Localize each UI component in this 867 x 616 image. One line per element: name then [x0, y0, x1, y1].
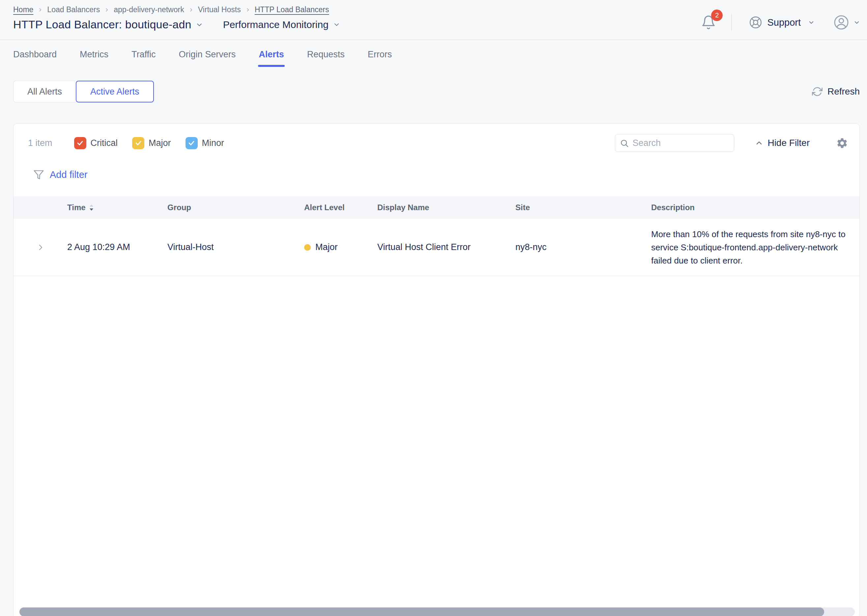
- check-icon: [76, 139, 84, 146]
- hide-filter-button[interactable]: Hide Filter: [755, 138, 810, 148]
- tab-label: Errors: [368, 49, 392, 59]
- tab-dashboard[interactable]: Dashboard: [13, 49, 57, 67]
- table-header: Time Group Alert Level Display Name Site…: [14, 196, 859, 219]
- checkbox-label: Critical: [91, 138, 118, 148]
- checkbox-box: [74, 137, 87, 149]
- horizontal-scrollbar-thumb[interactable]: [19, 607, 824, 616]
- chevron-right-icon: [245, 8, 250, 12]
- title-dropdown[interactable]: [196, 21, 203, 28]
- table-row: 2 Aug 10:29 AM Virtual-Host Major Virtua…: [14, 219, 859, 276]
- tab-label: Dashboard: [13, 49, 57, 59]
- support-label: Support: [767, 17, 801, 28]
- header-left: Home Load Balancers app-delivery-network…: [13, 5, 340, 39]
- chevron-down-icon: [196, 21, 203, 28]
- checkbox-label: Major: [149, 138, 171, 148]
- notification-badge: 2: [711, 9, 723, 21]
- chevron-right-icon: [104, 8, 109, 12]
- cell-site: ny8-nyc: [515, 242, 651, 252]
- tab-bar: Dashboard Metrics Traffic Origin Servers…: [0, 40, 867, 67]
- critical-checkbox[interactable]: Critical: [74, 137, 118, 149]
- chevron-up-icon: [755, 139, 763, 147]
- column-header-description: Description: [651, 203, 850, 212]
- alerts-toolbar: All Alerts Active Alerts Refresh: [0, 67, 867, 102]
- tab-requests[interactable]: Requests: [307, 49, 345, 67]
- refresh-label: Refresh: [828, 86, 860, 97]
- funnel-icon: [33, 169, 44, 180]
- account-menu[interactable]: [833, 14, 860, 30]
- tab-metrics[interactable]: Metrics: [80, 49, 109, 67]
- hide-filter-label: Hide Filter: [768, 138, 810, 148]
- breadcrumb: Home Load Balancers app-delivery-network…: [13, 5, 340, 14]
- check-icon: [135, 139, 142, 146]
- major-severity-dot: [304, 244, 311, 251]
- column-header-time[interactable]: Time: [67, 203, 167, 212]
- row-expander[interactable]: [14, 244, 67, 251]
- add-filter-button[interactable]: Add filter: [50, 169, 87, 180]
- chevron-right-icon: [36, 244, 44, 251]
- view-selector[interactable]: Performance Monitoring: [223, 19, 340, 30]
- alerts-table: Time Group Alert Level Display Name Site…: [14, 196, 859, 276]
- column-header-group: Group: [167, 203, 304, 212]
- checkbox-label: Minor: [202, 138, 224, 148]
- search-input[interactable]: [615, 134, 734, 152]
- tab-label: Metrics: [80, 49, 109, 59]
- cell-time: 2 Aug 10:29 AM: [67, 242, 167, 252]
- magnifier-icon: [620, 139, 629, 148]
- tab-origin-servers[interactable]: Origin Servers: [179, 49, 236, 67]
- filter-row: 1 item Critical Major Minor: [14, 124, 859, 152]
- user-circle-icon: [833, 14, 849, 30]
- cell-alert-level: Major: [304, 242, 377, 252]
- tab-label: Traffic: [132, 49, 156, 59]
- gear-icon: [836, 137, 848, 149]
- column-header-alert-level: Alert Level: [304, 203, 377, 212]
- minor-checkbox[interactable]: Minor: [186, 137, 224, 149]
- tab-errors[interactable]: Errors: [368, 49, 392, 67]
- title-row: HTTP Load Balancer: boutique-adn Perform…: [13, 18, 340, 31]
- active-tab-underline: [258, 65, 285, 67]
- horizontal-scrollbar-track[interactable]: [19, 607, 855, 616]
- column-header-display-name: Display Name: [377, 203, 515, 212]
- alert-level-label: Major: [315, 242, 338, 252]
- cell-group: Virtual-Host: [167, 242, 304, 252]
- breadcrumb-http-load-balancers[interactable]: HTTP Load Balancers: [255, 5, 329, 14]
- page-title: HTTP Load Balancer: boutique-adn: [13, 18, 192, 31]
- check-icon: [188, 139, 195, 146]
- search-wrap: [615, 134, 734, 152]
- lifebuoy-icon: [749, 16, 762, 29]
- notifications-button[interactable]: 2: [701, 15, 716, 30]
- item-count: 1 item: [28, 138, 52, 148]
- checkbox-box: [132, 137, 144, 149]
- support-menu[interactable]: Support: [749, 16, 814, 29]
- chevron-down-icon: [334, 21, 340, 28]
- tab-label: Origin Servers: [179, 49, 236, 59]
- breadcrumb-namespace[interactable]: app-delivery-network: [114, 5, 184, 14]
- circular-arrows-icon: [812, 86, 823, 97]
- table-settings-button[interactable]: [836, 137, 848, 149]
- view-selector-label: Performance Monitoring: [223, 19, 329, 30]
- column-header-site: Site: [515, 203, 651, 212]
- top-header: Home Load Balancers app-delivery-network…: [0, 0, 867, 40]
- breadcrumb-virtual-hosts[interactable]: Virtual Hosts: [198, 5, 241, 14]
- breadcrumb-home[interactable]: Home: [13, 5, 33, 14]
- chevron-right-icon: [38, 8, 42, 12]
- tab-label: Requests: [307, 49, 345, 59]
- tab-alerts[interactable]: Alerts: [259, 49, 284, 67]
- tab-traffic[interactable]: Traffic: [132, 49, 156, 67]
- sort-triangles-icon: [89, 204, 94, 212]
- breadcrumb-load-balancers[interactable]: Load Balancers: [47, 5, 100, 14]
- checkbox-box: [186, 137, 198, 149]
- all-alerts-button[interactable]: All Alerts: [13, 81, 76, 102]
- cell-description: More than 10% of the requests from site …: [651, 220, 850, 275]
- add-filter-row: Add filter: [14, 167, 859, 182]
- chevron-right-icon: [189, 8, 194, 12]
- alerts-card: 1 item Critical Major Minor: [13, 124, 860, 616]
- severity-filter-group: Critical Major Minor: [74, 137, 224, 149]
- chevron-down-icon: [808, 19, 814, 25]
- refresh-button[interactable]: Refresh: [812, 86, 860, 97]
- tab-label: Alerts: [259, 49, 284, 59]
- chevron-down-icon: [854, 19, 860, 25]
- major-checkbox[interactable]: Major: [132, 137, 171, 149]
- alerts-view-toggle: All Alerts Active Alerts: [13, 81, 154, 102]
- header-right: 2 Support: [701, 9, 860, 36]
- active-alerts-button[interactable]: Active Alerts: [76, 81, 154, 102]
